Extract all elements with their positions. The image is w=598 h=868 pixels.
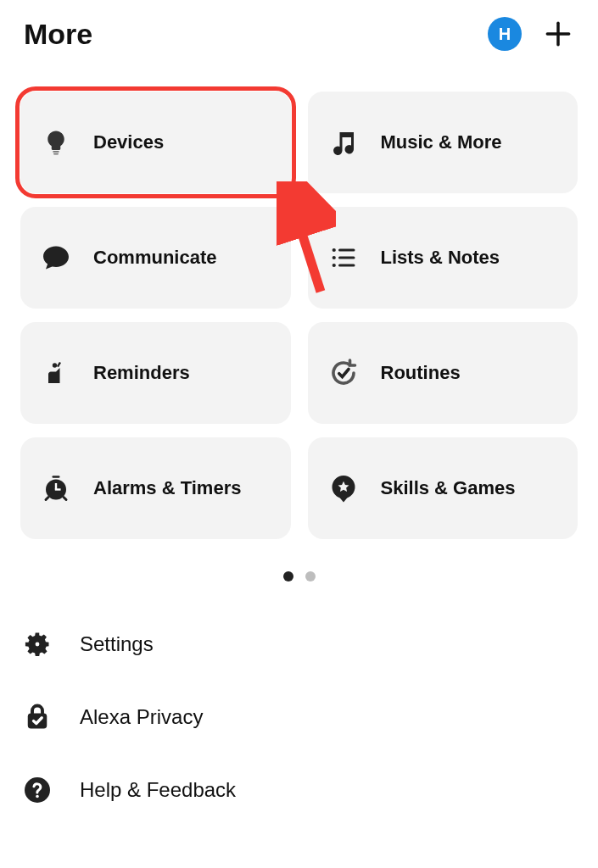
alarm-clock-icon [39,471,73,505]
tile-communicate[interactable]: Communicate [20,207,291,309]
list-label: Settings [80,632,154,656]
svg-rect-12 [53,476,60,477]
add-button[interactable] [542,18,574,50]
list-item-settings[interactable]: Settings [20,627,578,661]
reminder-icon [39,356,73,390]
svg-rect-15 [55,488,61,490]
svg-point-20 [36,795,39,798]
tile-lists[interactable]: Lists & Notes [308,207,578,309]
tile-label: Reminders [93,362,190,384]
gear-icon [20,627,54,661]
tile-reminders[interactable]: Reminders [20,322,291,424]
svg-point-8 [332,264,335,267]
header: More H [0,0,598,59]
tile-devices[interactable]: Devices [20,92,291,193]
list-icon [327,241,360,275]
bulb-icon [39,125,73,159]
svg-rect-5 [338,249,355,252]
svg-point-17 [36,643,40,647]
settings-list: Settings Alexa Privacy Help & Feedback [20,627,578,807]
list-label: Alexa Privacy [80,705,203,729]
svg-rect-3 [53,153,59,155]
tile-skills[interactable]: Skills & Games [308,437,578,539]
tile-label: Devices [93,131,164,153]
tile-alarms[interactable]: Alarms & Timers [20,437,291,539]
svg-rect-11 [57,362,61,367]
svg-rect-9 [338,264,355,267]
lock-check-icon [20,700,54,734]
profile-badge[interactable]: H [488,17,522,51]
profile-initial: H [499,25,511,44]
chat-bubble-icon [39,241,73,275]
page-indicator [0,571,598,581]
svg-rect-2 [53,151,59,153]
pager-dot-2[interactable] [305,571,316,581]
header-right: H [488,17,574,51]
svg-point-10 [53,363,57,367]
list-item-help[interactable]: Help & Feedback [20,773,578,807]
tile-label: Alarms & Timers [93,477,241,499]
svg-point-4 [332,248,335,252]
tiles-grid: Devices Music & More Communicate Lists &… [20,92,578,539]
list-item-privacy[interactable]: Alexa Privacy [20,700,578,734]
question-circle-icon [20,773,54,807]
list-label: Help & Feedback [80,778,236,802]
tile-label: Skills & Games [381,477,516,499]
page-title: More [24,18,92,51]
tile-routines[interactable]: Routines [308,322,578,424]
music-note-icon [327,125,360,159]
tile-label: Communicate [93,247,216,269]
star-badge-icon [327,471,360,505]
tile-music[interactable]: Music & More [308,92,578,193]
tile-label: Music & More [381,131,502,153]
tile-label: Routines [381,362,461,384]
svg-rect-7 [338,257,355,259]
tile-label: Lists & Notes [381,247,500,269]
pager-dot-1[interactable] [283,571,293,581]
svg-point-6 [332,256,335,259]
routines-icon [327,356,360,390]
